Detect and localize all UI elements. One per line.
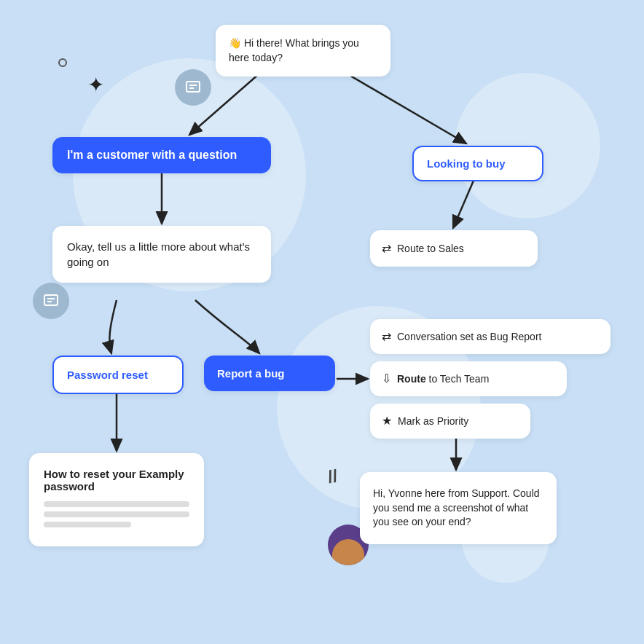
sales-label: ⇄Route to Sales: [382, 243, 464, 254]
tech-label: ⇩Route to Tech Team: [382, 373, 489, 385]
priority-label: ★Mark as Priority: [382, 415, 468, 427]
greeting-emoji: 👋: [229, 37, 244, 49]
support-text: Hi, Yvonne here from Support. Could you …: [373, 487, 540, 527]
tech-icon: ⇩: [382, 372, 391, 385]
priority-icon: ★: [382, 415, 392, 427]
password-label: Password reset: [67, 369, 148, 381]
node-bug[interactable]: Report a bug: [204, 356, 335, 391]
node-greeting: 👋 Hi there! What brings you here today?: [216, 25, 390, 76]
node-password[interactable]: Password reset: [52, 356, 184, 394]
bug-label: Report a bug: [217, 367, 285, 380]
node-sales[interactable]: ⇄Route to Sales: [370, 230, 538, 267]
node-tech[interactable]: ⇩Route to Tech Team: [370, 361, 567, 396]
flowchart: 👋 Hi there! What brings you here today? …: [0, 0, 644, 644]
sales-icon: ⇄: [382, 242, 391, 254]
node-looking[interactable]: Looking to buy: [412, 146, 543, 181]
node-customer[interactable]: I'm a customer with a question: [52, 137, 271, 173]
node-support: Hi, Yvonne here from Support. Could you …: [360, 472, 557, 544]
looking-label: Looking to buy: [427, 157, 505, 170]
howto-line-1: [44, 501, 189, 507]
node-priority[interactable]: ★Mark as Priority: [370, 404, 530, 439]
convo-label: ⇄Conversation set as Bug Report: [382, 331, 541, 342]
howto-line-2: [44, 511, 189, 517]
howto-title: How to reset your Examply password: [44, 468, 189, 492]
node-convo: ⇄Conversation set as Bug Report: [370, 319, 610, 354]
customer-label: I'm a customer with a question: [67, 149, 237, 161]
greeting-text: 👋 Hi there! What brings you here today?: [229, 37, 359, 63]
tellus-label: Okay, tell us a little more about what's…: [67, 240, 250, 268]
node-howto: How to reset your Examply password: [29, 453, 204, 546]
node-tellus: Okay, tell us a little more about what's…: [52, 226, 271, 283]
howto-line-3: [44, 522, 131, 527]
convo-icon: ⇄: [382, 330, 391, 342]
